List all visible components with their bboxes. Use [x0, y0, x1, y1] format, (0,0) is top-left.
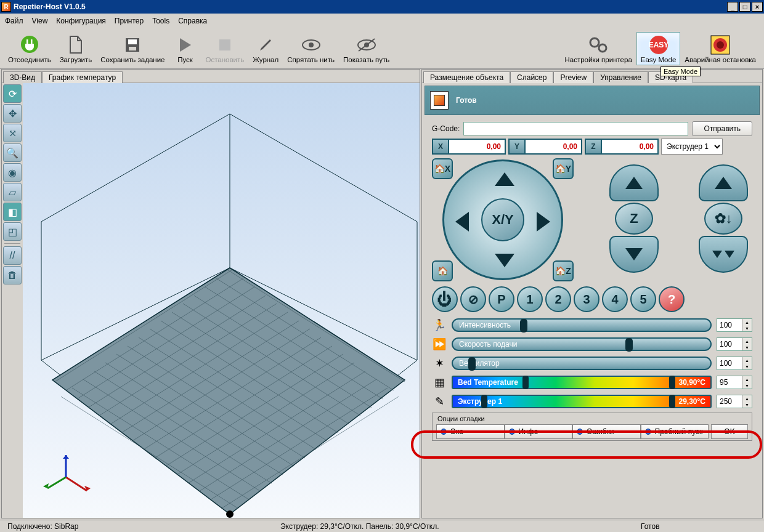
home-all-button[interactable]: 🏠 — [432, 260, 453, 281]
macro-4-button[interactable]: 4 — [602, 286, 628, 312]
status-ready: Готов — [637, 522, 760, 531]
top-view-button[interactable]: ▱ — [3, 183, 22, 201]
jog-z-minus[interactable] — [609, 236, 659, 273]
log-button[interactable]: Журнал — [248, 32, 283, 65]
debug-errors-button[interactable]: Ошибки — [572, 424, 641, 439]
xy-jog: 🏠X 🏠Y 🏠 🏠Z X/Y — [432, 158, 574, 281]
hide-filament-button[interactable]: Спрятать нить — [283, 32, 339, 65]
coord-z[interactable]: Z0,00 — [585, 139, 659, 155]
feed-value[interactable]: ▲▼ — [717, 337, 752, 351]
fit-button[interactable]: ◉ — [3, 163, 22, 182]
home-z-button[interactable]: 🏠Z — [553, 260, 574, 281]
debug-options: Опции отладки Эхо Инфо Ошибки Пробный пу… — [432, 413, 752, 441]
clear-button[interactable]: 🗑 — [3, 266, 22, 284]
easy-mode-button[interactable]: EASY Easy Mode — [636, 32, 681, 65]
retract-button[interactable] — [699, 164, 748, 201]
gcode-input[interactable] — [463, 122, 688, 135]
extruder-icon: ✎ — [432, 395, 447, 408]
send-gcode-button[interactable]: Отправить — [692, 121, 752, 136]
macro-2-button[interactable]: 2 — [545, 286, 571, 312]
menu-tools[interactable]: Tools — [152, 17, 169, 25]
title-bar: R Repetier-Host V1.0.5 _ □ × — [0, 0, 764, 14]
home-x-button[interactable]: 🏠X — [432, 158, 453, 179]
status-temps: Экструдер: 29,3°C/Откл. Панель: 30,9°C/О… — [107, 522, 612, 531]
help-button[interactable]: ? — [659, 286, 685, 312]
main-toolbar: Отсоединить Загрузить Сохранить задание … — [0, 28, 764, 69]
speed-value[interactable]: ▲▼ — [717, 318, 752, 332]
tab-slicer[interactable]: Слайсер — [510, 71, 553, 83]
jog-y-minus[interactable] — [495, 254, 514, 267]
save-job-button[interactable]: Сохранить задание — [96, 32, 169, 65]
move-view-button[interactable]: ✥ — [3, 104, 22, 123]
menu-printer[interactable]: Принтер — [115, 17, 144, 25]
rotate-view-button[interactable]: ⟳ — [3, 84, 22, 103]
jog-x-plus[interactable] — [537, 212, 550, 232]
load-button[interactable]: Загрузить — [55, 32, 97, 65]
left-pane: 3D-Вид График температур ⟳ ✥ ⤧ 🔍 ◉ ▱ ◧ ◰… — [1, 69, 420, 518]
extruder-temp-value[interactable]: ▲▼ — [717, 395, 752, 408]
close-button[interactable]: × — [752, 2, 763, 12]
svg-point-12 — [590, 38, 599, 47]
tab-3d-view[interactable]: 3D-Вид — [3, 71, 42, 83]
coord-y[interactable]: Y0,00 — [508, 139, 582, 155]
home-y-button[interactable]: 🏠Y — [553, 158, 574, 179]
menu-file[interactable]: Файл — [5, 17, 23, 25]
move-object-button[interactable]: ⤧ — [3, 124, 22, 142]
debug-echo-button[interactable]: Эхо — [436, 424, 505, 439]
fan-slider[interactable]: Вентилятор — [452, 357, 712, 370]
speed-icon: 🏃 — [432, 318, 447, 332]
tab-control[interactable]: Управление — [593, 71, 648, 83]
bed-temp-slider[interactable]: Bed Temperature 30,90°C — [452, 376, 712, 389]
macro-5-button[interactable]: 5 — [630, 286, 656, 312]
file-icon — [64, 34, 87, 56]
jog-z-plus[interactable] — [609, 164, 659, 201]
zoom-button[interactable]: 🔍 — [3, 143, 22, 162]
jog-x-minus[interactable] — [455, 212, 469, 232]
gears-icon — [587, 34, 610, 56]
park-button[interactable]: P — [489, 286, 514, 312]
printer-settings-button[interactable]: Настройки принтера — [560, 32, 636, 65]
tab-temp-graph[interactable]: График температур — [42, 71, 123, 83]
minimize-button[interactable]: _ — [727, 2, 738, 12]
run-button[interactable]: Пуск — [169, 32, 201, 65]
bed-icon: ▦ — [432, 376, 447, 389]
emergency-stop-button[interactable]: Аварийная остановка — [680, 32, 760, 65]
extruder-gear-icon: ✿↓ — [704, 203, 742, 235]
macro-1-button[interactable]: 1 — [517, 286, 543, 312]
power-button[interactable]: ⏻ — [432, 286, 458, 312]
tab-object-placement[interactable]: Размещение объекта — [423, 71, 510, 83]
macro-3-button[interactable]: 3 — [574, 286, 599, 312]
speed-slider[interactable]: Интенсивность — [452, 318, 712, 332]
disconnect-button[interactable]: Отсоединить — [4, 32, 55, 65]
extrude-button[interactable] — [699, 236, 748, 273]
debug-dryrun-button[interactable]: Пробный пуск — [641, 424, 709, 439]
menu-config[interactable]: Конфигурация — [56, 17, 106, 25]
menu-bar: Файл View Конфигурация Принтер Tools Спр… — [0, 14, 764, 28]
debug-info-button[interactable]: Инфо — [505, 424, 573, 439]
feed-slider[interactable]: Скорость подачи — [452, 337, 712, 351]
show-path-button[interactable]: Показать путь — [339, 32, 394, 65]
maximize-button[interactable]: □ — [739, 2, 750, 12]
motors-off-button[interactable]: ⊘ — [460, 286, 486, 312]
tab-preview[interactable]: Preview — [553, 71, 593, 83]
debug-ok-button[interactable]: OK — [711, 424, 748, 439]
bed-temp-value[interactable]: ▲▼ — [717, 376, 752, 389]
pencil-icon — [254, 34, 277, 56]
coord-x[interactable]: X0,00 — [432, 139, 506, 155]
stop-button[interactable]: Остановить — [201, 32, 248, 65]
extruder-temp-slider[interactable]: Экструдер 1 29,30°C — [452, 395, 712, 408]
play-icon — [173, 34, 197, 56]
parallel-button[interactable]: // — [3, 246, 22, 265]
jog-y-plus[interactable] — [495, 172, 514, 186]
fan-value[interactable]: ▲▼ — [717, 357, 752, 370]
status-bar: Подключено: SibRap Экструдер: 29,3°C/Отк… — [0, 520, 764, 532]
xy-jog-wheel[interactable]: X/Y — [442, 159, 563, 280]
iso-view-button[interactable]: ◧ — [3, 203, 22, 221]
fan-icon: ✶ — [432, 357, 447, 370]
extruder-select[interactable]: Экструдер 1 — [661, 139, 723, 155]
svg-text:EASY: EASY — [648, 41, 668, 49]
front-view-button[interactable]: ◰ — [3, 222, 22, 241]
menu-help[interactable]: Справка — [178, 17, 207, 25]
3d-viewport[interactable] — [23, 83, 420, 518]
menu-view[interactable]: View — [32, 17, 48, 25]
